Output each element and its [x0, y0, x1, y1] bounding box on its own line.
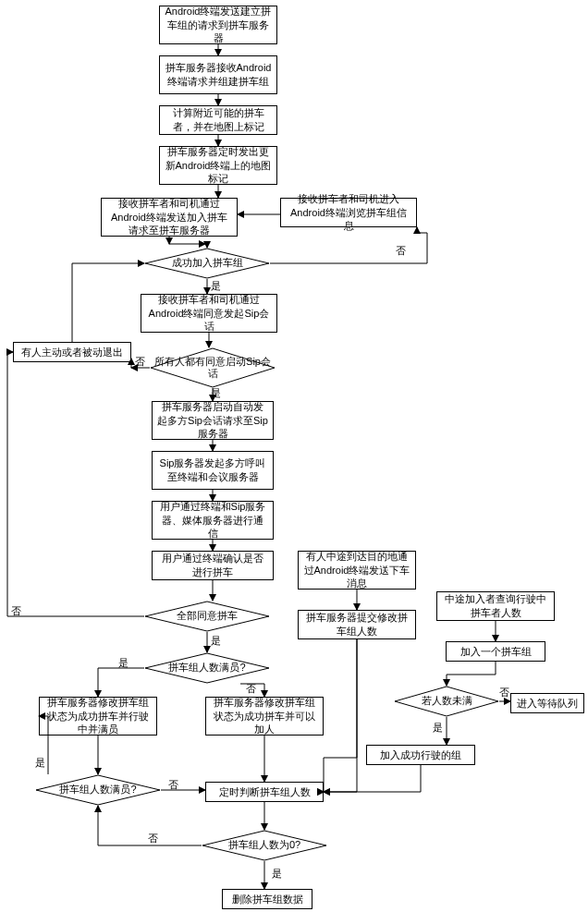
node-text: 拼车服务器修改拼车组状态为成功拼车并可以加人 [211, 696, 318, 737]
node-text: 拼车组人数为0? [228, 839, 300, 851]
node-r6: 进入等待队列 [510, 693, 584, 713]
label-yes: 是 [272, 867, 282, 881]
node-text: 用户通过终端和Sip服务器、媒体服务器进行通信 [157, 500, 268, 541]
node-d5: 拼车组人数满员? [35, 774, 161, 806]
node-n8: Sip服务器发起多方呼叫至终端和会议服务器 [152, 451, 274, 490]
node-text: 拼车服务器接收Android终端请求并组建拼车组 [165, 61, 272, 89]
node-text: 若人数未满 [422, 695, 472, 707]
node-n4: 拼车服务器定时发出更新Android终端上的地图标记 [159, 146, 277, 185]
label-no: 否 [168, 778, 178, 792]
node-text: 拼车组人数满员? [59, 784, 136, 796]
label-yes: 是 [118, 656, 129, 670]
node-text: 拼车服务器提交修改拼车组人数 [303, 611, 410, 638]
node-r3: 中途加入者查询行驶中拼车者人数 [436, 591, 555, 621]
node-text: 接收拼车者和司机进入Android终端浏览拼车组信息 [286, 192, 411, 234]
node-l1: 有人主动或者被动退出 [13, 342, 131, 362]
node-n11: 拼车服务器修改拼车组状态为成功拼车并行驶中并满员 [39, 697, 157, 736]
node-d3: 全部同意拼车 [144, 601, 270, 632]
node-text: 拼车组人数满员? [168, 662, 245, 674]
label-no: 否 [499, 686, 509, 699]
node-n10: 用户通过终端确认是否进行拼车 [152, 551, 274, 580]
node-n7: 拼车服务器启动自动发起多方Sip会话请求至Sip服务器 [152, 401, 274, 440]
node-r4: 加入一个拼车组 [446, 641, 545, 662]
node-text: 进入等待队列 [517, 697, 578, 711]
node-n2: 拼车服务器接收Android终端请求并组建拼车组 [159, 55, 277, 94]
node-r2: 拼车服务器提交修改拼车组人数 [298, 610, 416, 639]
label-yes: 是 [211, 634, 221, 648]
node-text: 接收拼车者和司机通过Android终端同意发起Sip会话 [146, 293, 272, 334]
label-yes: 是 [211, 386, 221, 400]
node-text: 成功加入拼车组 [172, 257, 243, 269]
node-n14: 删除拼车组数据 [222, 889, 312, 909]
node-text: 计算附近可能的拼车者，并在地图上标记 [165, 106, 272, 134]
label-no: 否 [135, 355, 145, 369]
node-n6: 接收拼车者和司机通过Android终端同意发起Sip会话 [141, 294, 277, 333]
node-text: 加入成功行驶的组 [380, 748, 461, 762]
node-r5: 加入成功行驶的组 [366, 745, 475, 765]
node-d4: 拼车组人数满员? [144, 652, 270, 684]
label-no: 否 [246, 682, 256, 696]
node-text: 加入一个拼车组 [460, 645, 532, 659]
node-text: Android终端发送建立拼车组的请求到拼车服务器 [165, 5, 272, 46]
node-text: 有人中途到达目的地通过Android终端发送下车消息 [303, 550, 410, 591]
node-n9: 用户通过终端和Sip服务器、媒体服务器进行通信 [152, 501, 274, 540]
node-d2: 所有人都有同意启动Sip会话 [150, 347, 276, 388]
node-text: 拼车服务器定时发出更新Android终端上的地图标记 [165, 145, 272, 187]
label-no: 否 [11, 604, 21, 618]
node-text: 接收拼车者和司机通过Android终端发送加入拼车请求至拼车服务器 [106, 197, 232, 238]
node-n3: 计算附近可能的拼车者，并在地图上标记 [159, 105, 277, 135]
node-d6: 拼车组人数为0? [202, 830, 327, 861]
node-text: 有人主动或者被动退出 [21, 346, 123, 359]
node-n12: 拼车服务器修改拼车组状态为成功拼车并可以加人 [205, 697, 324, 736]
label-no: 否 [148, 832, 158, 845]
node-n5b: 接收拼车者和司机进入Android终端浏览拼车组信息 [280, 198, 417, 227]
node-r1: 有人中途到达目的地通过Android终端发送下车消息 [298, 551, 416, 590]
node-text: 定时判断拼车组人数 [219, 785, 311, 799]
node-dr: 若人数未满 [394, 686, 499, 717]
label-yes: 是 [211, 279, 221, 293]
node-text: Sip服务器发起多方呼叫至终端和会议服务器 [157, 456, 268, 484]
label-no: 否 [396, 244, 406, 258]
node-text: 所有人都有同意启动Sip会话 [150, 356, 276, 380]
label-yes: 是 [433, 721, 443, 735]
node-text: 全部同意拼车 [177, 610, 238, 622]
node-n5: 接收拼车者和司机通过Android终端发送加入拼车请求至拼车服务器 [101, 198, 238, 237]
label-yes: 是 [35, 756, 45, 770]
node-d1: 成功加入拼车组 [144, 248, 270, 279]
node-n1: Android终端发送建立拼车组的请求到拼车服务器 [159, 6, 277, 44]
node-text: 用户通过终端确认是否进行拼车 [157, 552, 268, 579]
node-text: 拼车服务器启动自动发起多方Sip会话请求至Sip服务器 [157, 400, 268, 442]
node-n13: 定时判断拼车组人数 [205, 782, 324, 802]
node-text: 删除拼车组数据 [232, 893, 303, 906]
node-text: 拼车服务器修改拼车组状态为成功拼车并行驶中并满员 [44, 696, 152, 737]
node-text: 中途加入者查询行驶中拼车者人数 [442, 592, 549, 620]
